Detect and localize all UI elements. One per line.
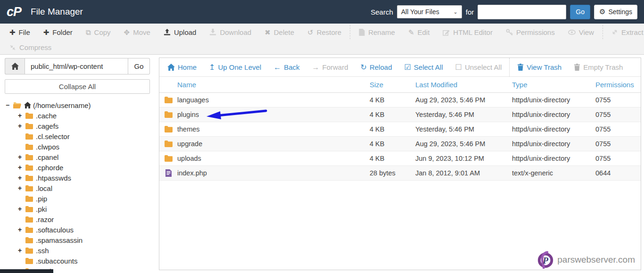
back-button[interactable]: ← Back [267, 58, 305, 76]
right-arrow-icon: → [312, 64, 320, 71]
collapse-expander[interactable]: − [6, 101, 13, 109]
settings-button[interactable]: ⚙ Settings [594, 5, 637, 19]
search-scope-value: All Your Files [401, 8, 439, 16]
forward-button: → Forward [306, 58, 355, 76]
tree-item-spamassassin[interactable]: .spamassassin [0, 235, 158, 245]
folder-icon [25, 175, 33, 181]
tree-item-cphorde[interactable]: + .cphorde [0, 162, 158, 173]
up-one-level-button[interactable]: ↥ Up One Level [203, 58, 267, 76]
folder-icon [25, 196, 33, 202]
upload-button[interactable]: Upload [157, 24, 203, 41]
folder-icon [25, 113, 33, 119]
extract-button-label: Extract [621, 28, 644, 36]
table-row-uploads[interactable]: uploads 4 KB Jun 9, 2023, 10:12 PM httpd… [159, 151, 641, 166]
up-one-level-label: Up One Level [218, 63, 261, 71]
tree-item-razor[interactable]: .razor [0, 214, 158, 224]
table-row-index-php[interactable]: index.php 28 bytes Jan 8, 2012, 9:01 AM … [159, 166, 641, 181]
search-scope-select[interactable]: All Your Files ⌄ [397, 5, 462, 18]
tree-item-pki[interactable]: + .pki [0, 204, 158, 214]
move-button-label: Move [133, 28, 150, 36]
path-home-button[interactable] [5, 58, 25, 74]
column-header-name[interactable]: Name [177, 81, 370, 89]
edit-button-label: Edit [417, 28, 429, 36]
action-toolbar: ✚ File ✚ Folder ⧉ Copy ✥ Move Upload Dow… [0, 24, 644, 55]
select-all-button[interactable]: ☑ Select All [398, 58, 449, 76]
file-type: httpd/unix-directory [512, 140, 595, 148]
table-row-upgrade[interactable]: upgrade 4 KB Aug 29, 2023, 5:46 PM httpd… [159, 137, 641, 151]
file-size: 4 KB [370, 96, 415, 104]
search-label: Search [371, 8, 393, 16]
tree-item-cl-selector[interactable]: .cl.selector [0, 131, 158, 141]
restore-icon: ↺ [307, 29, 314, 36]
tree-item-home[interactable]: − (/home/username) [0, 100, 158, 110]
expand-icon[interactable]: + [18, 164, 25, 171]
tree-item-softaculous[interactable]: + .softaculous [0, 224, 158, 235]
file-button[interactable]: ✚ File [3, 24, 37, 41]
reload-button[interactable]: ↻ Reload [355, 58, 398, 76]
path-input[interactable] [25, 58, 128, 74]
folder-button[interactable]: ✚ Folder [37, 24, 79, 41]
tree-item-label: .local [36, 184, 52, 192]
tree-item-cpanel[interactable]: + .cpanel [0, 152, 158, 162]
expand-icon[interactable]: + [18, 247, 25, 254]
expand-icon[interactable]: + [18, 174, 25, 182]
file-rows: languages 4 KB Aug 29, 2023, 5:46 PM htt… [159, 93, 641, 181]
forward-button-label: Forward [322, 63, 348, 71]
tree-item-cache[interactable]: + .cache [0, 110, 158, 121]
folder-icon [25, 133, 33, 140]
tree-item-label: .cl.selector [36, 132, 70, 141]
tree-item-htpasswds[interactable]: + .htpasswds [0, 173, 158, 183]
file-icon [165, 169, 172, 177]
path-go-button[interactable]: Go [128, 58, 150, 74]
expand-icon[interactable]: + [18, 184, 25, 192]
folder-icon [25, 237, 33, 243]
file-modified: Yesterday, 5:46 PM [415, 125, 512, 133]
unchecked-box-icon: ☐ [455, 64, 462, 71]
rename-button: Rename [352, 24, 402, 41]
table-row-languages[interactable]: languages 4 KB Aug 29, 2023, 5:46 PM htt… [159, 93, 641, 108]
collapse-all-button[interactable]: Collapse All [5, 79, 150, 94]
folder-icon [25, 123, 33, 129]
copy-icon: ⧉ [86, 29, 91, 36]
expand-icon[interactable]: + [18, 122, 25, 130]
file-size: 4 KB [370, 125, 415, 133]
home-button[interactable]: Home [161, 58, 203, 76]
watermark: P parswebserver.com [537, 251, 635, 269]
tree-item-label: (/home/username) [33, 101, 91, 109]
table-row-themes[interactable]: themes 4 KB Yesterday, 5:46 PM httpd/uni… [159, 122, 641, 137]
expand-icon[interactable]: + [18, 205, 25, 213]
tree-item-label: .cpanel [36, 153, 58, 161]
tree-item-label: .pip [36, 195, 47, 203]
left-arrow-icon: ← [273, 64, 281, 71]
column-header-type[interactable]: Type [512, 81, 595, 89]
tree-item-local[interactable]: + .local [0, 183, 158, 193]
search-go-button[interactable]: Go [570, 5, 590, 19]
view-trash-button[interactable]: View Trash [511, 58, 568, 76]
file-type: httpd/unix-directory [512, 111, 595, 118]
tree-item-clwpos[interactable]: .clwpos [0, 141, 158, 152]
file-size: 4 KB [370, 140, 415, 148]
tree-item-cagefs[interactable]: + .cagefs [0, 121, 158, 131]
file-button-label: File [19, 28, 30, 36]
tree-item-label: .cphorde [36, 164, 63, 172]
file-name: languages [177, 96, 370, 104]
trash-icon [574, 64, 580, 71]
search-input[interactable] [478, 5, 566, 19]
tree-item-pip[interactable]: .pip [0, 193, 158, 204]
column-header-modified[interactable]: Last Modified [415, 81, 512, 89]
expand-icon[interactable]: + [18, 226, 25, 233]
file-permissions: 0644 [595, 169, 641, 177]
tree-item-ssh[interactable]: + .ssh [0, 245, 158, 256]
tree-item-subaccounts[interactable]: .subaccounts [0, 256, 158, 266]
column-header-permissions[interactable]: Permissions [595, 81, 641, 89]
expand-icon[interactable]: + [18, 112, 25, 119]
column-header-size[interactable]: Size [370, 81, 415, 89]
folder-icon [25, 258, 33, 264]
copy-button: ⧉ Copy [79, 24, 117, 41]
upload-button-label: Upload [174, 28, 197, 36]
table-row-plugins[interactable]: plugins 4 KB Yesterday, 5:46 PM httpd/un… [159, 108, 641, 122]
html-editor-button-label: HTML Editor [453, 28, 493, 36]
plus-icon: ✚ [9, 29, 16, 36]
expand-icon[interactable]: + [18, 153, 25, 161]
plus-icon: ✚ [43, 29, 50, 36]
